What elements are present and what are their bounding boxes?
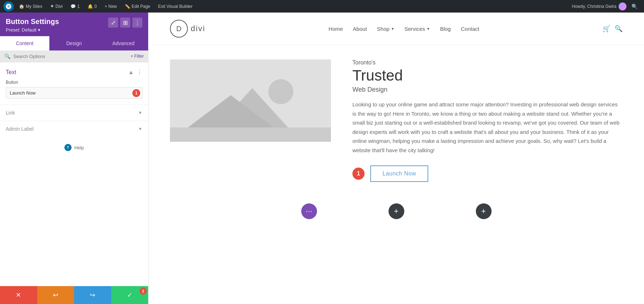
button-input-wrap: 1 (6, 87, 142, 99)
launch-button-wrap: 1 Launch Now (352, 165, 623, 182)
tab-content[interactable]: Content (0, 36, 49, 50)
admin-label-title: Admin Label (6, 126, 34, 132)
link-section-title: Link (6, 110, 15, 116)
nav-blog[interactable]: Blog (440, 26, 451, 32)
more-options-button[interactable]: ··· (301, 203, 317, 219)
undo-button[interactable]: ↩ (37, 286, 74, 304)
button-badge: 1 (132, 89, 140, 97)
nav-shop[interactable]: Shop ▼ (377, 26, 395, 32)
site-nav: Home About Shop ▼ Services ▼ Blog Contac (328, 26, 479, 32)
help-text: Help (74, 145, 84, 150)
tab-design[interactable]: Design (49, 36, 99, 50)
bubble-icon: 🔔 (88, 4, 93, 9)
redo-button[interactable]: ↪ (74, 286, 111, 304)
panel-resize-button[interactable]: ⤢ (108, 18, 118, 28)
tab-advanced[interactable]: Advanced (99, 36, 148, 50)
text-section-more[interactable]: ⋮ (137, 69, 142, 76)
preview-area: D divi Home About Shop ▼ Services ▼ (148, 13, 644, 304)
comment-count-link[interactable]: 💬 1 (68, 3, 83, 10)
button-text-input[interactable] (6, 87, 142, 99)
home-icon: 🏠 (19, 4, 24, 9)
save-badge: 2 (140, 288, 147, 295)
bottom-actions: ··· + + (148, 196, 644, 226)
divi-icon: ✦ (50, 4, 54, 9)
admin-label-section[interactable]: Admin Label ▼ (0, 121, 148, 137)
site-logo: D divi (170, 20, 205, 38)
wp-logo[interactable] (4, 1, 14, 11)
text-content: Toronto's Trusted Web Design Looking to … (352, 59, 623, 182)
avatar (619, 3, 626, 10)
subheading: Web Design (352, 86, 623, 93)
subtitle-small: Toronto's (352, 59, 623, 66)
panel-layout-button[interactable]: ⊞ (120, 18, 130, 28)
add-section-button-1[interactable]: + (389, 203, 404, 219)
text-section-collapse[interactable]: ▲ (128, 69, 134, 76)
my-sites-link[interactable]: 🏠 My Sites (16, 2, 45, 11)
site-header: D divi Home About Shop ▼ Services ▼ (148, 13, 644, 45)
panel-preset[interactable]: Preset: Default ▾ (6, 27, 59, 33)
site-main: Toronto's Trusted Web Design Looking to … (148, 45, 644, 196)
svg-rect-4 (170, 127, 331, 142)
save-button[interactable]: ✓ 2 (111, 286, 148, 304)
comment-icon: 💬 (70, 4, 76, 9)
edit-page-button[interactable]: ✏️ Edit Page (122, 3, 153, 10)
filter-button[interactable]: + Filter (131, 54, 144, 59)
cancel-button[interactable]: ✕ (0, 286, 37, 304)
help-section: ? Help (0, 137, 148, 158)
text-section-title: Text (6, 69, 16, 76)
panel-header: Button Settings Preset: Default ▾ ⤢ ⊞ ⋮ (0, 13, 148, 36)
admin-search-icon[interactable]: 🔍 (629, 2, 640, 11)
admin-bar: 🏠 My Sites ✦ Divi 💬 1 🔔 0 + New ✏️ Edit … (0, 0, 644, 13)
nav-icons: 🛒 🔍 (602, 25, 623, 33)
bubble-count-link[interactable]: 🔔 0 (85, 3, 100, 10)
panel-menu-button[interactable]: ⋮ (132, 18, 142, 28)
svg-point-3 (268, 79, 293, 104)
search-icon: 🔍 (4, 53, 10, 59)
logo-circle: D (170, 20, 188, 38)
settings-panel: Button Settings Preset: Default ▾ ⤢ ⊞ ⋮ … (0, 13, 148, 304)
search-input[interactable] (13, 54, 128, 59)
panel-title: Button Settings (6, 18, 59, 26)
admin-label-chevron-icon: ▼ (138, 126, 142, 131)
main-heading: Trusted (352, 67, 623, 84)
panel-content: Text ▲ ⋮ Button 1 Link ▼ Admin L (0, 62, 148, 286)
text-section-header: Text ▲ ⋮ (0, 62, 148, 80)
divi-link[interactable]: ✦ Divi (47, 2, 65, 10)
search-bar: 🔍 + Filter (0, 50, 148, 62)
services-dropdown-icon: ▼ (426, 27, 430, 31)
pencil-icon: ✏️ (125, 4, 130, 9)
body-text: Looking to up your online game and attra… (352, 100, 623, 155)
howdy-text: Howdy, Christina Gwira (572, 3, 626, 10)
nav-about[interactable]: About (353, 26, 367, 32)
search-nav-icon[interactable]: 🔍 (615, 25, 623, 33)
button-field-group: Button 1 (0, 80, 148, 105)
launch-now-button[interactable]: Launch Now (370, 165, 428, 182)
panel-tabs: Content Design Advanced (0, 36, 148, 50)
main-wrapper: Button Settings Preset: Default ▾ ⤢ ⊞ ⋮ … (0, 0, 644, 304)
logo-text: divi (191, 24, 205, 33)
add-section-button-2[interactable]: + (476, 203, 492, 219)
nav-services[interactable]: Services ▼ (405, 26, 430, 32)
button-field-label: Button (6, 80, 142, 85)
hero-image (170, 59, 331, 142)
launch-badge: 1 (352, 168, 365, 180)
help-icon[interactable]: ? (64, 144, 72, 151)
exit-visual-builder-button[interactable]: Exit Visual Builder (155, 3, 196, 10)
shop-dropdown-icon: ▼ (391, 27, 395, 31)
bottom-toolbar: ✕ ↩ ↪ ✓ 2 (0, 286, 148, 304)
link-section[interactable]: Link ▼ (0, 105, 148, 121)
cart-icon[interactable]: 🛒 (602, 25, 610, 33)
new-button[interactable]: + New (102, 3, 119, 10)
nav-home[interactable]: Home (328, 26, 343, 32)
link-chevron-icon: ▼ (138, 110, 142, 115)
nav-contact[interactable]: Contact (461, 26, 479, 32)
